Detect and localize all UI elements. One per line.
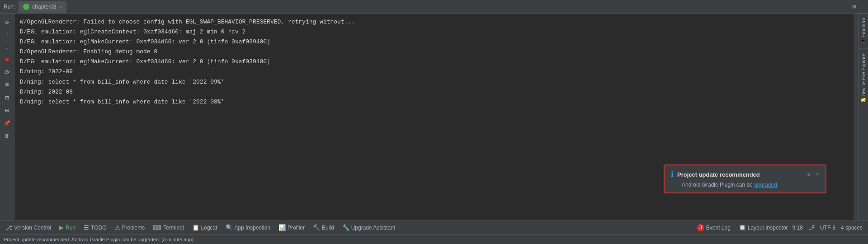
notification-popup: ℹ Project update recommended ⚙ × Android… (664, 164, 826, 193)
stop-icon[interactable]: ■ (2, 54, 13, 65)
terminal-icon: ⌨ (153, 224, 161, 231)
up-arrow-icon[interactable]: ↑ (2, 29, 13, 40)
problems-button[interactable]: ⚠ Problems (111, 223, 149, 233)
layout-inspector-button[interactable]: 🔲 Layout Inspector (735, 223, 792, 233)
todo-label: TODO (91, 225, 106, 231)
layout-inspector-icon: 🔲 (739, 224, 746, 231)
log-area: W/OpenGLRenderer: Failed to choose confi… (14, 14, 854, 221)
log-line: D/OpenGLRenderer: Enabling debug mode 0 (20, 47, 848, 57)
device-file-explorer-tab[interactable]: 📁 Device File Explorer (859, 48, 868, 107)
log-line: D/EGL_emulation: eglMakeCurrent: 0xaf034… (20, 37, 848, 47)
log-line: D/ning: 2022-08 (20, 87, 848, 97)
status-bar: Project update recommended: Android Grad… (0, 234, 868, 244)
notification-body: Android Gradle Plugin can be upgraded. (671, 182, 819, 188)
notification-gear-icon[interactable]: ⚙ (807, 171, 811, 178)
upgrade-link[interactable]: upgraded (754, 182, 777, 188)
list-icon[interactable]: ≡ (2, 80, 13, 90)
run-label: Run: (4, 4, 15, 10)
emulator-tab[interactable]: 📱 Emulator (859, 14, 868, 48)
notification-close-button[interactable]: × (816, 171, 819, 178)
columns-icon[interactable]: ⊞ (2, 92, 13, 103)
upgrade-assistant-label: Upgrade Assistant (351, 225, 395, 231)
log-line: W/OpenGLRenderer: Failed to choose confi… (20, 17, 848, 27)
app-inspection-label: App Inspection (235, 225, 270, 231)
run-button[interactable]: ▶ Run (56, 223, 79, 233)
encoding: UTF-8 (820, 225, 835, 231)
app-inspection-button[interactable]: 🔍 App Inspection (222, 223, 274, 233)
event-log-button[interactable]: 3 Event Log (693, 223, 734, 233)
todo-button[interactable]: ☰ TODO (80, 223, 110, 233)
emulator-icon: 📱 (861, 39, 866, 44)
rerun-icon[interactable]: ⟳ (2, 67, 13, 78)
build-icon: 🔨 (313, 224, 320, 231)
print-icon[interactable]: ⊟ (2, 105, 13, 116)
pin-icon[interactable]: 📌 (2, 117, 13, 128)
refresh-icon[interactable]: ↺ (2, 16, 13, 27)
right-edge-tabs: 📱 Emulator 📁 Device File Explorer (858, 14, 868, 221)
upgrade-assistant-button[interactable]: 🔧 Upgrade Assistant (339, 223, 399, 233)
cursor-position: 9:18 (793, 225, 803, 231)
problems-icon: ⚠ (115, 224, 120, 231)
bottom-toolbar: ⎇ Version Control ▶ Run ☰ TODO ⚠ Problem… (0, 221, 868, 234)
log-line: D/EGL_emulation: eglCreateContext: 0xaf0… (20, 27, 848, 37)
run-icon: ▶ (59, 224, 64, 231)
run-label-bottom: Run (66, 225, 75, 231)
version-control-button[interactable]: ⎇ Version Control (2, 223, 55, 233)
version-control-icon: ⎇ (5, 224, 12, 231)
emulator-label: Emulator (861, 18, 866, 38)
left-sidebar: ↺ ↑ ↓ ■ ⟳ ≡ ⊞ ⊟ 📌 🗑 (0, 14, 14, 221)
status-text: Project update recommended: Android Grad… (4, 237, 193, 242)
notification-body-end: . (777, 182, 778, 188)
build-button[interactable]: 🔨 Build (309, 223, 338, 233)
terminal-button[interactable]: ⌨ Terminal (149, 223, 187, 233)
bottom-right-info: 9:18 LF UTF-8 4 spaces (793, 225, 866, 231)
logcat-button[interactable]: 📋 Logcat (189, 223, 221, 233)
chapter08-tab[interactable]: chapter08 × (19, 1, 66, 13)
tab-run-icon (23, 4, 29, 10)
terminal-label: Terminal (163, 225, 184, 231)
profiler-icon: 📊 (278, 224, 286, 231)
version-control-label: Version Control (14, 225, 51, 231)
event-log-label: Event Log (706, 225, 731, 231)
trash-icon[interactable]: 🗑 (2, 130, 13, 141)
build-label: Build (322, 225, 334, 231)
line-ending: LF (808, 225, 815, 231)
notification-body-text: Android Gradle Plugin can be (682, 182, 754, 188)
settings-gear-icon[interactable]: ⚙ (852, 3, 856, 10)
logcat-icon: 📋 (192, 224, 199, 231)
upgrade-assistant-icon: 🔧 (342, 224, 349, 231)
down-arrow-icon[interactable]: ↓ (2, 42, 13, 52)
event-log-badge: 3 (697, 224, 704, 231)
log-line: D/ning: 2022-09 (20, 67, 848, 77)
log-line: D/EGL_emulation: eglMakeCurrent: 0xaf034… (20, 57, 848, 67)
notification-header: ℹ Project update recommended ⚙ × (671, 170, 819, 179)
main-area: ↺ ↑ ↓ ■ ⟳ ≡ ⊞ ⊟ 📌 🗑 W/OpenGLRenderer: Fa… (0, 14, 868, 221)
tab-name: chapter08 (32, 4, 56, 10)
app-inspection-icon: 🔍 (226, 224, 233, 231)
minimize-button[interactable]: − (861, 3, 864, 10)
problems-label: Problems (122, 225, 145, 231)
log-line: D/ning: select * from bill_info where da… (20, 97, 848, 107)
profiler-button[interactable]: 📊 Profiler (275, 223, 308, 233)
tab-close-button[interactable]: × (59, 4, 62, 9)
device-file-icon: 📁 (861, 98, 866, 103)
device-file-label: Device File Explorer (861, 52, 866, 96)
notification-title: Project update recommended (677, 171, 804, 178)
todo-icon: ☰ (84, 224, 89, 231)
scrollbar[interactable] (854, 14, 858, 221)
profiler-label: Profiler (288, 225, 305, 231)
logcat-label: Logcat (201, 225, 217, 231)
layout-inspector-label: Layout Inspector (748, 225, 788, 231)
tab-bar-actions: ⚙ − (852, 3, 864, 10)
indent: 4 spaces (841, 225, 863, 231)
tab-bar: Run: chapter08 × ⚙ − (0, 0, 868, 14)
log-line: D/ning: select * from bill_info where da… (20, 77, 848, 87)
info-icon: ℹ (671, 170, 674, 179)
